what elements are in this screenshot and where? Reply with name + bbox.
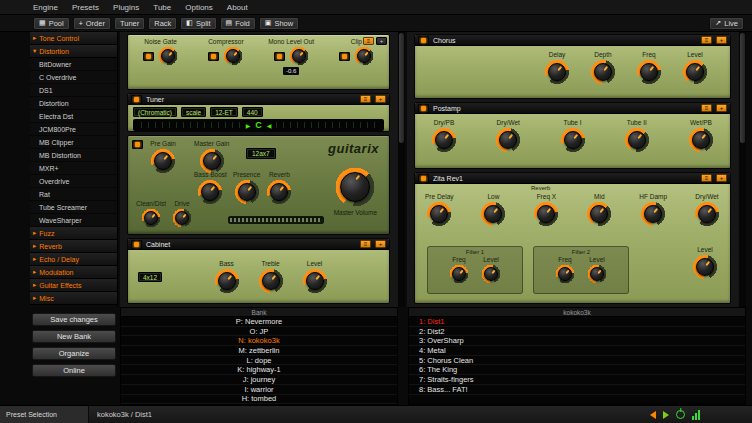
preset-row[interactable]: 5: Chorus Clean bbox=[409, 356, 745, 366]
unit-menu-button[interactable]: ≡ bbox=[363, 37, 374, 45]
knob[interactable] bbox=[302, 268, 328, 294]
preset-row[interactable]: 6: The King bbox=[409, 365, 745, 375]
unit-add-button[interactable]: + bbox=[375, 240, 386, 248]
power-button[interactable] bbox=[131, 240, 142, 249]
preset-row[interactable]: 1: Dist1 bbox=[409, 317, 745, 327]
knob[interactable] bbox=[692, 254, 718, 280]
knob[interactable] bbox=[480, 201, 506, 227]
power-button[interactable] bbox=[132, 140, 143, 149]
preset-row[interactable]: 8: Bass... FAT! bbox=[409, 385, 745, 395]
mastergain-knob-unit[interactable]: Master Gain bbox=[194, 140, 229, 174]
sidebar-plugin-item[interactable]: MXR+ bbox=[30, 162, 117, 175]
bank-row[interactable]: P: Nevermore bbox=[121, 317, 397, 327]
knob[interactable] bbox=[624, 127, 650, 153]
knob[interactable] bbox=[590, 59, 616, 85]
knob[interactable] bbox=[449, 264, 469, 284]
knob[interactable] bbox=[172, 208, 192, 228]
tuner-select[interactable]: (Chromatic) bbox=[133, 107, 177, 117]
sidebar-plugin-item[interactable]: Overdrive bbox=[30, 175, 117, 188]
tube-select[interactable]: 12ax7 bbox=[246, 148, 276, 159]
sidebar-category[interactable]: ▸ Tone Control bbox=[30, 32, 117, 45]
unit-add-button[interactable]: + bbox=[716, 174, 727, 182]
tuner-select[interactable]: 440 bbox=[242, 107, 263, 117]
knob-unit[interactable]: Reverb bbox=[266, 171, 292, 205]
knob[interactable] bbox=[266, 179, 292, 205]
sidebar-plugin-item[interactable]: Tube Screamer bbox=[30, 201, 117, 214]
unit-menu-button[interactable]: ≡ bbox=[701, 36, 712, 44]
knob-unit[interactable]: Pre Delay bbox=[425, 193, 454, 227]
power-button[interactable] bbox=[274, 52, 285, 61]
menu-item[interactable]: About bbox=[227, 3, 248, 12]
toolbar-toggle-button[interactable]: Tuner bbox=[114, 17, 145, 30]
knob-unit[interactable]: Treble bbox=[258, 260, 284, 294]
bank-row[interactable]: N: kokoko3k bbox=[121, 336, 397, 346]
unit-add-button[interactable]: + bbox=[716, 104, 727, 112]
preset-row[interactable]: 2: Dist2 bbox=[409, 327, 745, 337]
menu-item[interactable]: Engine bbox=[33, 3, 58, 12]
knob-unit[interactable]: Freq bbox=[636, 51, 662, 85]
preset-row[interactable]: 3: OverSharp bbox=[409, 336, 745, 346]
menu-item[interactable]: Plugins bbox=[113, 3, 139, 12]
live-button[interactable]: ↗ Live bbox=[709, 17, 744, 30]
knob-unit[interactable]: Freq bbox=[449, 256, 469, 284]
sidebar-plugin-item[interactable]: MB Distortion bbox=[30, 149, 117, 162]
knob[interactable] bbox=[688, 127, 714, 153]
menu-item[interactable]: Presets bbox=[72, 3, 99, 12]
knob-unit[interactable]: Tube I bbox=[560, 119, 586, 153]
sidebar-plugin-item[interactable]: Electra Dst bbox=[30, 110, 117, 123]
menu-item[interactable]: Options bbox=[185, 3, 213, 12]
knob[interactable] bbox=[197, 179, 223, 205]
sidebar-plugin-item[interactable]: BitDowner bbox=[30, 58, 117, 71]
unit-menu-button[interactable]: ≡ bbox=[701, 104, 712, 112]
power-button[interactable] bbox=[339, 52, 350, 61]
knob-unit[interactable]: Level bbox=[302, 260, 328, 294]
knob[interactable] bbox=[560, 127, 586, 153]
sidebar-category[interactable]: ▸ Echo / Delay bbox=[30, 253, 117, 266]
knob[interactable] bbox=[431, 127, 457, 153]
knob[interactable] bbox=[640, 201, 666, 227]
knob[interactable] bbox=[544, 59, 570, 85]
knob-unit[interactable]: Level bbox=[682, 51, 708, 85]
knob-unit[interactable]: Dry/Wet bbox=[495, 119, 521, 153]
sidebar-category[interactable]: ▸ Misc bbox=[30, 292, 117, 305]
knob[interactable] bbox=[586, 201, 612, 227]
toolbar-toggle-button[interactable]: Rack bbox=[148, 17, 177, 30]
drywet-knob-unit[interactable]: Dry/Wet bbox=[694, 193, 720, 227]
pregain-knob-unit[interactable]: Pre Gain bbox=[150, 140, 176, 174]
sidebar-category[interactable]: ▾ Distortion bbox=[30, 45, 117, 58]
toolbar-toggle-button[interactable]: ◧ Split bbox=[180, 17, 216, 30]
preset-selection-button[interactable]: Preset Selection bbox=[0, 406, 89, 423]
knob[interactable] bbox=[234, 179, 260, 205]
unit-menu-button[interactable]: ≡ bbox=[701, 174, 712, 182]
knob-unit[interactable]: Depth bbox=[590, 51, 616, 85]
menu-item[interactable]: Tube bbox=[153, 3, 171, 12]
knob[interactable] bbox=[694, 201, 720, 227]
knob-unit[interactable]: Low bbox=[480, 193, 506, 227]
knob-unit[interactable]: Clean/Dist bbox=[136, 200, 166, 228]
action-button[interactable]: Organize bbox=[32, 347, 116, 360]
preset-row[interactable]: 7: Straits-fingers bbox=[409, 375, 745, 385]
sidebar-category[interactable]: ▸ Fuzz bbox=[30, 227, 117, 240]
toolbar-toggle-button[interactable]: ▦ Pool bbox=[33, 17, 70, 30]
power-button[interactable] bbox=[131, 95, 142, 104]
knob[interactable] bbox=[481, 264, 501, 284]
knob[interactable] bbox=[289, 46, 309, 66]
knob-unit[interactable]: Mid bbox=[586, 193, 612, 227]
knob[interactable] bbox=[223, 46, 243, 66]
master-volume-knob[interactable] bbox=[334, 166, 376, 208]
knob-unit[interactable]: Freq X bbox=[533, 193, 559, 227]
knob[interactable] bbox=[258, 268, 284, 294]
knob-unit[interactable]: Delay bbox=[544, 51, 570, 85]
bank-row[interactable]: H: tombed bbox=[121, 395, 397, 405]
unit-add-button[interactable]: + bbox=[376, 37, 387, 45]
knob[interactable] bbox=[141, 208, 161, 228]
action-button[interactable]: Online bbox=[32, 364, 116, 377]
previous-preset-icon[interactable] bbox=[650, 411, 656, 419]
knob[interactable] bbox=[682, 59, 708, 85]
knob[interactable] bbox=[495, 127, 521, 153]
sidebar-plugin-item[interactable]: Rat bbox=[30, 188, 117, 201]
unit-menu-button[interactable]: ≡ bbox=[360, 240, 371, 248]
knob-unit[interactable]: Tube II bbox=[624, 119, 650, 153]
bank-row[interactable]: M: zettberlin bbox=[121, 346, 397, 356]
knob[interactable] bbox=[158, 46, 178, 66]
